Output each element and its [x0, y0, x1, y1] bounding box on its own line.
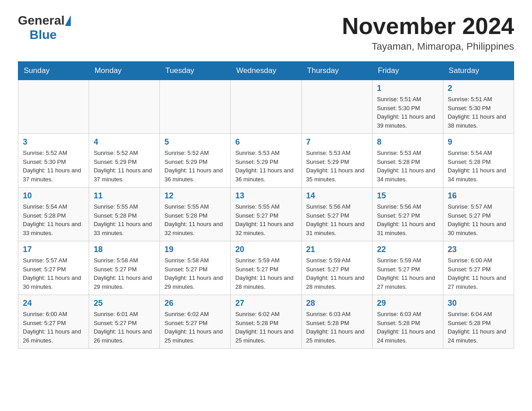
day-number: 20	[235, 245, 296, 254]
day-number: 23	[448, 245, 509, 254]
calendar-cell: 5Sunrise: 5:52 AM Sunset: 5:29 PM Daylig…	[160, 134, 231, 188]
subtitle: Tayaman, Mimaropa, Philippines	[342, 41, 514, 52]
day-info: Sunrise: 5:52 AM Sunset: 5:30 PM Dayligh…	[23, 149, 84, 184]
day-info: Sunrise: 6:02 AM Sunset: 5:28 PM Dayligh…	[235, 310, 296, 345]
calendar-body: 1Sunrise: 5:51 AM Sunset: 5:30 PM Daylig…	[18, 80, 514, 349]
day-info: Sunrise: 6:01 AM Sunset: 5:27 PM Dayligh…	[94, 310, 155, 345]
day-number: 9	[448, 137, 509, 147]
calendar-cell	[301, 80, 372, 134]
calendar-cell: 16Sunrise: 5:57 AM Sunset: 5:27 PM Dayli…	[443, 188, 514, 241]
day-info: Sunrise: 5:59 AM Sunset: 5:27 PM Dayligh…	[306, 256, 368, 291]
weekday-header-friday: Friday	[372, 62, 443, 80]
main-title: November 2024	[342, 13, 514, 39]
calendar-cell: 22Sunrise: 5:59 AM Sunset: 5:27 PM Dayli…	[372, 241, 443, 295]
day-number: 12	[164, 191, 226, 201]
calendar-cell: 26Sunrise: 6:02 AM Sunset: 5:27 PM Dayli…	[160, 295, 231, 349]
calendar-cell: 17Sunrise: 5:57 AM Sunset: 5:27 PM Dayli…	[18, 241, 89, 295]
day-info: Sunrise: 5:58 AM Sunset: 5:27 PM Dayligh…	[94, 256, 155, 291]
calendar-cell: 18Sunrise: 5:58 AM Sunset: 5:27 PM Dayli…	[89, 241, 160, 295]
calendar-cell: 4Sunrise: 5:52 AM Sunset: 5:29 PM Daylig…	[89, 134, 160, 188]
calendar-cell: 3Sunrise: 5:52 AM Sunset: 5:30 PM Daylig…	[18, 134, 89, 188]
calendar-cell: 19Sunrise: 5:58 AM Sunset: 5:27 PM Dayli…	[160, 241, 231, 295]
day-number: 11	[94, 191, 155, 201]
day-info: Sunrise: 6:00 AM Sunset: 5:27 PM Dayligh…	[448, 256, 509, 291]
calendar-cell: 20Sunrise: 5:59 AM Sunset: 5:27 PM Dayli…	[231, 241, 301, 295]
calendar-cell: 13Sunrise: 5:55 AM Sunset: 5:27 PM Dayli…	[231, 188, 301, 241]
day-number: 3	[23, 137, 84, 147]
weekday-header-saturday: Saturday	[443, 62, 514, 80]
day-number: 26	[164, 299, 226, 308]
calendar-cell: 21Sunrise: 5:59 AM Sunset: 5:27 PM Dayli…	[301, 241, 372, 295]
calendar-week-3: 10Sunrise: 5:54 AM Sunset: 5:28 PM Dayli…	[18, 188, 514, 241]
day-info: Sunrise: 5:57 AM Sunset: 5:27 PM Dayligh…	[448, 202, 509, 237]
page-header: General Blue November 2024 Tayaman, Mima…	[18, 13, 514, 52]
day-number: 25	[94, 299, 155, 308]
day-info: Sunrise: 5:52 AM Sunset: 5:29 PM Dayligh…	[164, 149, 226, 184]
logo-general-text: General	[18, 13, 64, 28]
day-info: Sunrise: 5:56 AM Sunset: 5:27 PM Dayligh…	[377, 202, 438, 237]
day-info: Sunrise: 5:58 AM Sunset: 5:27 PM Dayligh…	[164, 256, 226, 291]
calendar-cell: 1Sunrise: 5:51 AM Sunset: 5:30 PM Daylig…	[372, 80, 443, 134]
day-info: Sunrise: 5:57 AM Sunset: 5:27 PM Dayligh…	[23, 256, 84, 291]
logo-blue-text: Blue	[30, 28, 57, 42]
calendar-cell: 24Sunrise: 6:00 AM Sunset: 5:27 PM Dayli…	[18, 295, 89, 349]
calendar-cell: 28Sunrise: 6:03 AM Sunset: 5:28 PM Dayli…	[301, 295, 372, 349]
calendar-cell: 10Sunrise: 5:54 AM Sunset: 5:28 PM Dayli…	[18, 188, 89, 241]
calendar-week-1: 1Sunrise: 5:51 AM Sunset: 5:30 PM Daylig…	[18, 80, 514, 134]
calendar-cell: 23Sunrise: 6:00 AM Sunset: 5:27 PM Dayli…	[443, 241, 514, 295]
day-info: Sunrise: 5:54 AM Sunset: 5:28 PM Dayligh…	[23, 202, 84, 237]
weekday-header-tuesday: Tuesday	[160, 62, 231, 80]
calendar-cell: 25Sunrise: 6:01 AM Sunset: 5:27 PM Dayli…	[89, 295, 160, 349]
day-number: 28	[306, 299, 368, 308]
day-number: 17	[23, 245, 84, 254]
calendar-table: SundayMondayTuesdayWednesdayThursdayFrid…	[18, 61, 514, 349]
calendar-cell: 12Sunrise: 5:55 AM Sunset: 5:28 PM Dayli…	[160, 188, 231, 241]
day-number: 4	[94, 137, 155, 147]
day-number: 19	[164, 245, 226, 254]
calendar-cell: 27Sunrise: 6:02 AM Sunset: 5:28 PM Dayli…	[231, 295, 301, 349]
day-number: 18	[94, 245, 155, 254]
day-info: Sunrise: 5:56 AM Sunset: 5:27 PM Dayligh…	[306, 202, 368, 237]
calendar-cell	[89, 80, 160, 134]
day-number: 24	[23, 299, 84, 308]
calendar-cell: 30Sunrise: 6:04 AM Sunset: 5:28 PM Dayli…	[443, 295, 514, 349]
day-number: 22	[377, 245, 438, 254]
calendar-header: SundayMondayTuesdayWednesdayThursdayFrid…	[18, 62, 514, 80]
day-info: Sunrise: 6:03 AM Sunset: 5:28 PM Dayligh…	[377, 310, 438, 345]
calendar-cell: 6Sunrise: 5:53 AM Sunset: 5:29 PM Daylig…	[231, 134, 301, 188]
calendar-week-4: 17Sunrise: 5:57 AM Sunset: 5:27 PM Dayli…	[18, 241, 514, 295]
day-info: Sunrise: 5:53 AM Sunset: 5:28 PM Dayligh…	[377, 149, 438, 184]
calendar-cell: 11Sunrise: 5:55 AM Sunset: 5:28 PM Dayli…	[89, 188, 160, 241]
calendar-week-5: 24Sunrise: 6:00 AM Sunset: 5:27 PM Dayli…	[18, 295, 514, 349]
day-number: 2	[448, 84, 509, 93]
weekday-header-sunday: Sunday	[18, 62, 89, 80]
day-number: 21	[306, 245, 368, 254]
weekday-header-thursday: Thursday	[301, 62, 372, 80]
calendar-cell: 9Sunrise: 5:54 AM Sunset: 5:28 PM Daylig…	[443, 134, 514, 188]
day-info: Sunrise: 5:55 AM Sunset: 5:27 PM Dayligh…	[235, 202, 296, 237]
calendar-cell: 7Sunrise: 5:53 AM Sunset: 5:29 PM Daylig…	[301, 134, 372, 188]
calendar-cell	[160, 80, 231, 134]
calendar-cell	[18, 80, 89, 134]
calendar-cell: 8Sunrise: 5:53 AM Sunset: 5:28 PM Daylig…	[372, 134, 443, 188]
weekday-header-monday: Monday	[89, 62, 160, 80]
logo: General Blue	[18, 13, 71, 42]
day-number: 30	[448, 299, 509, 308]
day-info: Sunrise: 5:51 AM Sunset: 5:30 PM Dayligh…	[377, 95, 438, 130]
calendar-cell: 29Sunrise: 6:03 AM Sunset: 5:28 PM Dayli…	[372, 295, 443, 349]
day-number: 5	[164, 137, 226, 147]
title-block: November 2024 Tayaman, Mimaropa, Philipp…	[342, 13, 514, 52]
day-number: 16	[448, 191, 509, 201]
day-info: Sunrise: 5:59 AM Sunset: 5:27 PM Dayligh…	[235, 256, 296, 291]
day-info: Sunrise: 6:04 AM Sunset: 5:28 PM Dayligh…	[448, 310, 509, 345]
day-number: 14	[306, 191, 368, 201]
day-number: 10	[23, 191, 84, 201]
day-number: 7	[306, 137, 368, 147]
weekday-header-row: SundayMondayTuesdayWednesdayThursdayFrid…	[18, 62, 514, 80]
calendar-cell: 15Sunrise: 5:56 AM Sunset: 5:27 PM Dayli…	[372, 188, 443, 241]
day-number: 29	[377, 299, 438, 308]
day-info: Sunrise: 5:53 AM Sunset: 5:29 PM Dayligh…	[235, 149, 296, 184]
day-info: Sunrise: 5:59 AM Sunset: 5:27 PM Dayligh…	[377, 256, 438, 291]
day-info: Sunrise: 5:55 AM Sunset: 5:28 PM Dayligh…	[94, 202, 155, 237]
weekday-header-wednesday: Wednesday	[231, 62, 301, 80]
